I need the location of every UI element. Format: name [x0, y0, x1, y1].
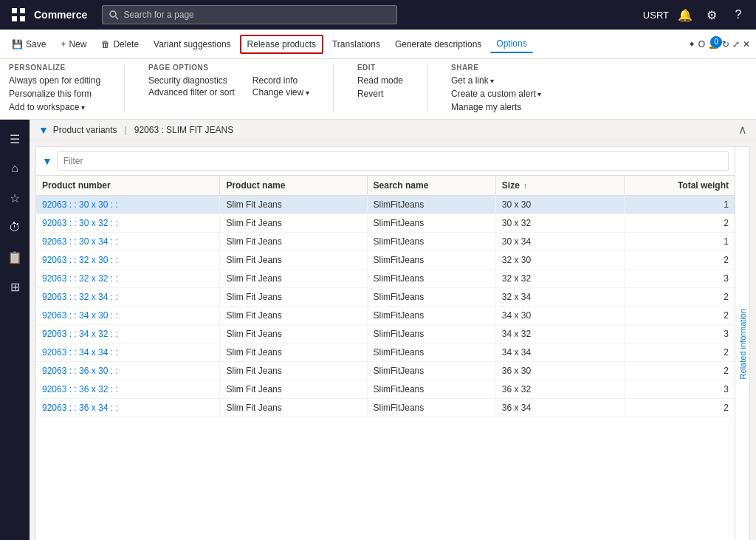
size-cell: 34 x 32: [495, 325, 624, 344]
search-name-cell: SlimFitJeans: [367, 270, 495, 288]
manage-alerts-link[interactable]: Manage my alerts: [451, 101, 542, 113]
size-cell: 34 x 30: [495, 307, 624, 325]
grid-container: ▼ Product number Product name Search nam…: [35, 146, 750, 540]
total-weight-cell: 2: [625, 288, 735, 307]
product-number-cell[interactable]: 92063 : : 30 x 30 : :: [36, 196, 220, 214]
table-row: 92063 : : 32 x 34 : :Slim Fit JeansSlimF…: [36, 288, 735, 307]
table-row: 92063 : : 34 x 30 : :Slim Fit JeansSlimF…: [36, 307, 735, 325]
breadcrumb: ▼ Product variants | 92063 : SLIM FIT JE…: [38, 124, 233, 136]
help-icon[interactable]: ?: [728, 4, 749, 25]
col-header-total-weight[interactable]: Total weight: [625, 176, 735, 196]
always-open-editing-link[interactable]: Always open for editing: [9, 75, 100, 86]
col-header-product-number[interactable]: Product number: [36, 176, 220, 196]
product-number-cell[interactable]: 92063 : : 36 x 30 : :: [36, 362, 220, 380]
delete-icon: 🗑: [101, 39, 110, 49]
breadcrumb-separator: |: [125, 125, 127, 135]
search-name-cell: SlimFitJeans: [367, 288, 495, 307]
table-row: 92063 : : 30 x 30 : :Slim Fit JeansSlimF…: [36, 196, 735, 214]
delete-button[interactable]: 🗑 Delete: [95, 36, 145, 52]
sidebar-recent-icon[interactable]: ⏱: [1, 214, 28, 241]
user-label: USRT: [643, 10, 669, 21]
product-name-cell: Slim Fit Jeans: [220, 233, 367, 251]
grid-main: ▼ Product number Product name Search nam…: [36, 147, 735, 540]
open-new-window-icon[interactable]: ⤢: [732, 39, 740, 49]
sidebar-modules-icon[interactable]: ⊞: [1, 273, 28, 300]
get-link-link[interactable]: Get a link: [451, 75, 542, 86]
product-number-cell[interactable]: 92063 : : 30 x 32 : :: [36, 214, 220, 233]
main-layout: ☰ ⌂ ☆ ⏱ 📋 ⊞ ▼ Product variants | 92063 :…: [0, 120, 756, 540]
total-weight-cell: 3: [625, 270, 735, 288]
translations-button[interactable]: Translations: [326, 36, 386, 52]
app-grid-icon[interactable]: [7, 4, 30, 26]
notification-badge: 0: [710, 36, 722, 48]
product-number-cell[interactable]: 92063 : : 34 x 32 : :: [36, 325, 220, 344]
collapse-panel-button[interactable]: ∧: [738, 123, 747, 137]
sidebar-favorites-icon[interactable]: ☆: [1, 185, 28, 211]
action-bar: 💾 Save + New 🗑 Delete Variant suggestion…: [0, 30, 756, 59]
svg-rect-3: [20, 16, 25, 21]
total-weight-cell: 3: [625, 325, 735, 344]
notification-count-icon[interactable]: 🔔 0: [708, 39, 719, 49]
product-name-cell: Slim Fit Jeans: [220, 362, 367, 380]
total-weight-cell: 2: [625, 399, 735, 417]
variant-suggestions-button[interactable]: Variant suggestions: [148, 36, 237, 52]
svg-point-4: [110, 11, 116, 17]
save-button[interactable]: 💾 Save: [6, 36, 52, 52]
customize-icon[interactable]: ✦: [688, 39, 695, 49]
total-weight-cell: 2: [625, 251, 735, 270]
sidebar-home-icon[interactable]: ⌂: [1, 155, 28, 182]
product-number-cell[interactable]: 92063 : : 32 x 30 : :: [36, 251, 220, 270]
office-icon[interactable]: O: [698, 39, 705, 49]
total-weight-cell: 1: [625, 196, 735, 214]
notification-bell-icon[interactable]: 🔔: [675, 4, 695, 25]
close-icon[interactable]: ✕: [743, 39, 750, 49]
add-to-workspace-link[interactable]: Add to workspace: [9, 101, 100, 113]
change-view-link[interactable]: Change view: [252, 86, 309, 98]
refresh-icon[interactable]: ↻: [722, 39, 729, 49]
personalize-form-link[interactable]: Personalize this form: [9, 88, 100, 100]
product-name-cell: Slim Fit Jeans: [220, 380, 367, 399]
product-number-cell[interactable]: 92063 : : 34 x 30 : :: [36, 307, 220, 325]
size-cell: 30 x 32: [495, 214, 624, 233]
product-number-cell[interactable]: 92063 : : 32 x 34 : :: [36, 288, 220, 307]
personalize-label: Personalize: [9, 64, 100, 72]
new-button[interactable]: + New: [55, 36, 92, 52]
advanced-filter-link[interactable]: Advanced filter or sort: [148, 86, 235, 98]
revert-link[interactable]: Revert: [357, 88, 403, 100]
size-cell: 34 x 34: [495, 344, 624, 362]
table-row: 92063 : : 32 x 30 : :Slim Fit JeansSlimF…: [36, 251, 735, 270]
generate-descriptions-button[interactable]: Generate descriptions: [389, 36, 487, 52]
size-cell: 32 x 30: [495, 251, 624, 270]
product-number-cell[interactable]: 92063 : : 32 x 32 : :: [36, 270, 220, 288]
security-diagnostics-link[interactable]: Security diagnostics: [148, 75, 235, 86]
col-header-size[interactable]: Size ↑: [495, 176, 624, 196]
product-code: 92063 : SLIM FIT JEANS: [134, 125, 234, 135]
sidebar-menu-icon[interactable]: ☰: [1, 126, 28, 152]
read-mode-link[interactable]: Read mode: [357, 75, 403, 86]
breadcrumb-section: Product variants: [53, 125, 117, 135]
share-group: Share Get a link Create a custom alert M…: [451, 64, 542, 113]
release-products-button[interactable]: Release products: [240, 35, 323, 54]
filter-toggle-icon[interactable]: ▼: [38, 124, 49, 136]
search-name-cell: SlimFitJeans: [367, 325, 495, 344]
global-search[interactable]: Search for a page: [102, 5, 397, 24]
related-information-label: Related information: [738, 309, 747, 379]
settings-icon[interactable]: ⚙: [701, 4, 722, 25]
record-info-link[interactable]: Record info: [252, 75, 309, 86]
right-panel-toggle[interactable]: Related information: [735, 147, 749, 540]
filter-input[interactable]: [57, 151, 729, 171]
create-custom-alert-link[interactable]: Create a custom alert: [451, 88, 542, 100]
product-name-cell: Slim Fit Jeans: [220, 325, 367, 344]
product-name-cell: Slim Fit Jeans: [220, 251, 367, 270]
sidebar-workspaces-icon[interactable]: 📋: [1, 244, 28, 270]
ribbon-sep-2: [333, 64, 334, 113]
grid-scroll[interactable]: Product number Product name Search name …: [36, 176, 735, 540]
ribbon-sep-3: [427, 64, 427, 113]
options-button[interactable]: Options: [490, 35, 532, 53]
product-number-cell[interactable]: 92063 : : 36 x 32 : :: [36, 380, 220, 399]
product-number-cell[interactable]: 92063 : : 36 x 34 : :: [36, 399, 220, 417]
product-number-cell[interactable]: 92063 : : 34 x 34 : :: [36, 344, 220, 362]
product-number-cell[interactable]: 92063 : : 30 x 34 : :: [36, 233, 220, 251]
col-header-product-name[interactable]: Product name: [220, 176, 367, 196]
col-header-search-name[interactable]: Search name: [367, 176, 495, 196]
